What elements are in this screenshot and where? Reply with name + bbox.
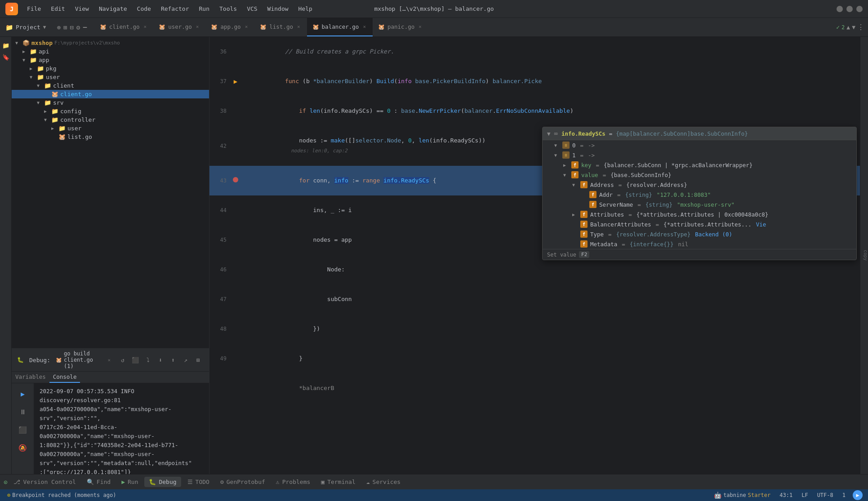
tab-balancer-go[interactable]: 🐹 balancer.go × xyxy=(307,18,373,36)
sidebar-item-user[interactable]: ▼ 📁 user xyxy=(12,73,209,81)
status-encoding[interactable]: UTF-8 xyxy=(815,492,835,498)
toolbar-problems[interactable]: ⚠ Problems xyxy=(272,477,315,487)
minus-icon[interactable]: − xyxy=(83,23,87,31)
tooltip-row-balancer-attrs[interactable]: f BalancerAttributes = {*attributes.Attr… xyxy=(543,219,856,229)
tab-panic-go[interactable]: 🐹 panic.go × xyxy=(373,18,428,36)
bookmark-btn[interactable]: 🔖 xyxy=(1,52,11,62)
menu-edit[interactable]: Edit xyxy=(46,4,69,14)
go-file-icon: 🐹 xyxy=(100,24,107,30)
tab-app-go[interactable]: 🐹 app.go × xyxy=(205,18,254,36)
sync-icon[interactable]: ⊕ xyxy=(57,24,60,31)
settings-icon[interactable]: ⚙ xyxy=(76,24,80,31)
maximize-button[interactable]: □ xyxy=(846,6,853,12)
menu-help[interactable]: Help xyxy=(294,4,317,14)
debug-resume-btn[interactable]: ▶ xyxy=(16,387,30,401)
field-icon-value: f xyxy=(571,171,579,178)
tooltip-row-attributes[interactable]: ▶ f Attributes = {*attributes.Attributes… xyxy=(543,209,856,219)
tooltip-expand-arrow[interactable]: ▼ xyxy=(547,130,551,137)
menu-view[interactable]: View xyxy=(71,4,93,14)
tooltip-row-address[interactable]: ▼ f Address = {resolver.Address} xyxy=(543,180,856,190)
debug-restart-btn[interactable]: ↺ xyxy=(117,355,128,365)
tooltip-row-type[interactable]: f Type = {resolver.AddressType} Backend … xyxy=(543,229,856,239)
collapse-icon[interactable]: ⊞ xyxy=(63,24,67,31)
tab-variables[interactable]: Variables xyxy=(12,372,49,383)
scroll-up-icon[interactable]: ▲ xyxy=(846,24,850,31)
tooltip-row-servername[interactable]: f ServerName = {string} "mxshop-user-srv… xyxy=(543,200,856,209)
sidebar-item-app[interactable]: ▼ 📁 app xyxy=(12,56,209,64)
toolbar-terminal[interactable]: ▣ Terminal xyxy=(316,477,360,487)
toolbar-debug[interactable]: 🐛 Debug xyxy=(144,477,181,487)
minimize-button[interactable]: − xyxy=(837,6,843,12)
status-cursor-pos[interactable]: 43:1 xyxy=(778,492,794,498)
more-tabs-icon[interactable]: ⋮ xyxy=(857,23,864,31)
status-line-ending[interactable]: LF xyxy=(800,492,810,498)
variable-tooltip: ▼ ∞ info.ReadySCs = {map[balancer.SubCon… xyxy=(542,127,857,260)
breakpoint-icon: ⊙ xyxy=(4,479,7,486)
sidebar-item-mxshop[interactable]: ▼ 📦 mxshop F:\myprojects\v2\mxsho xyxy=(12,39,209,47)
tab-close-user-go[interactable]: × xyxy=(195,23,200,30)
tooltip-row-1[interactable]: ▼ ≡ 1 = -> xyxy=(543,150,856,160)
sidebar-item-srv[interactable]: ▼ 📁 srv xyxy=(12,98,209,107)
debug-cursor-btn[interactable]: ↗ xyxy=(180,355,191,365)
toolbar-services[interactable]: ☁ Services xyxy=(362,477,405,487)
code-area[interactable]: 36 // Build creates a grpc Picker. 37 ▶ … xyxy=(209,37,860,474)
menu-code[interactable]: Code xyxy=(133,4,156,14)
tab-user-go[interactable]: 🐹 user.go × xyxy=(153,18,205,36)
tab-close-balancer-go[interactable]: × xyxy=(361,23,367,30)
menu-window[interactable]: Window xyxy=(263,4,293,14)
toolbar-version-control[interactable]: ⎇ Version Control xyxy=(9,477,80,487)
toolbar-find[interactable]: 🔍 Find xyxy=(82,477,115,487)
menu-vcs[interactable]: VCS xyxy=(242,4,262,14)
menu-refactor[interactable]: Refactor xyxy=(156,4,194,14)
tooltip-row-metadata[interactable]: f Metadata = {interface{}} nil xyxy=(543,239,856,249)
debug-pause-btn[interactable]: ⏸ xyxy=(16,405,30,419)
tab-close-panic-go[interactable]: × xyxy=(417,23,423,30)
debug-step-into-btn[interactable]: ⬇ xyxy=(155,355,166,365)
sidebar-item-controller[interactable]: ▼ 📁 controller xyxy=(12,115,209,124)
sidebar-item-config[interactable]: ▶ 📁 config xyxy=(12,107,209,115)
debug-mute-btn[interactable]: 🔕 xyxy=(16,441,30,455)
sidebar-chevron-icon[interactable]: ▼ xyxy=(43,24,46,30)
debug-step-over-btn[interactable]: ⤵ xyxy=(142,355,153,365)
tab-console[interactable]: Console xyxy=(49,372,80,383)
debug-step-out-btn[interactable]: ⬆ xyxy=(168,355,178,365)
debug-table-btn[interactable]: ⊞ xyxy=(193,355,204,365)
breakpoint-status-icon: ⊙ xyxy=(7,492,10,498)
status-play-btn[interactable]: ▶ xyxy=(853,490,863,500)
menu-run[interactable]: Run xyxy=(195,4,214,14)
project-view-btn[interactable]: 📁 xyxy=(1,40,11,50)
tab-client-go[interactable]: 🐹 client.go × xyxy=(94,18,153,36)
tabnine-icon: 🤖 xyxy=(714,492,721,499)
toolbar-todo[interactable]: ☰ TODO xyxy=(183,477,214,487)
sidebar-item-user-ctrl[interactable]: ▶ 📁 user xyxy=(12,124,209,133)
editor: 36 // Build creates a grpc Picker. 37 ▶ … xyxy=(209,37,860,474)
debug-stop-btn[interactable]: ⬛ xyxy=(130,355,141,365)
toolbar-genprotobuf[interactable]: ⚙ GenProtobuf xyxy=(216,477,270,487)
menu-navigate[interactable]: Navigate xyxy=(94,4,132,14)
sidebar-item-client[interactable]: ▼ 📁 client xyxy=(12,81,209,90)
tooltip-row-0[interactable]: ▼ ≡ 0 = -> xyxy=(543,140,856,150)
close-button[interactable]: × xyxy=(856,6,863,12)
sidebar-item-api[interactable]: ▶ 📁 api xyxy=(12,47,209,56)
tab-list-go[interactable]: 🐹 list.go × xyxy=(254,18,307,36)
sidebar-item-pkg[interactable]: ▶ 📁 pkg xyxy=(12,64,209,73)
status-tab-size[interactable]: 1 xyxy=(841,492,847,498)
tab-close-list-go[interactable]: × xyxy=(296,23,302,30)
sidebar-title-tab: Project xyxy=(16,24,40,31)
tab-close-app-go[interactable]: × xyxy=(244,23,249,30)
toolbar-run[interactable]: ▶ Run xyxy=(117,477,142,487)
tab-close-client-go[interactable]: × xyxy=(142,23,148,30)
menu-file[interactable]: File xyxy=(22,4,45,14)
tooltip-row-addr[interactable]: f Addr = {string} "127.0.0.1:8083" xyxy=(543,190,856,200)
status-tabnine[interactable]: 🤖 tabnine Starter xyxy=(712,492,772,499)
expand-icon[interactable]: ⊟ xyxy=(70,24,73,31)
tooltip-header: ▼ ∞ info.ReadySCs = {map[balancer.SubCon… xyxy=(543,127,856,140)
debug-close-btn[interactable]: × xyxy=(106,357,112,364)
debug-stop2-btn[interactable]: ⬛ xyxy=(16,423,30,437)
tooltip-row-value[interactable]: ▼ f value = {base.SubConnInfo} xyxy=(543,170,856,180)
sidebar-item-client-go[interactable]: 🐹 client.go xyxy=(12,90,209,98)
sidebar-item-list-go[interactable]: 🐹 list.go xyxy=(12,133,209,141)
tooltip-row-key[interactable]: ▶ f key = {balancer.SubConn | *grpc.acBa… xyxy=(543,160,856,170)
scroll-down-icon[interactable]: ▼ xyxy=(852,24,855,31)
menu-tools[interactable]: Tools xyxy=(215,4,241,14)
